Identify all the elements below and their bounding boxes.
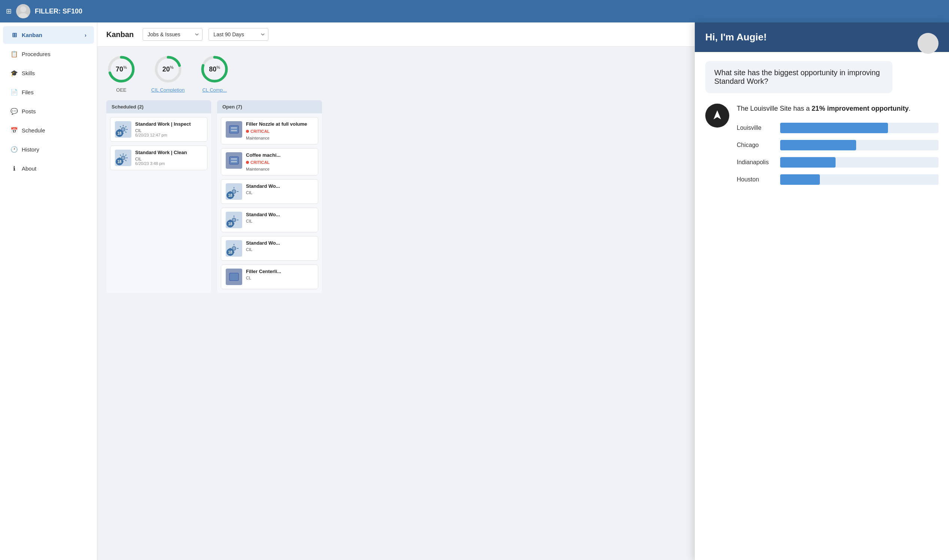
chevron-right-icon: ›: [85, 32, 86, 38]
sidebar: ⊞ Kanban › 📋 Procedures 🎓 Skills 📄 Files…: [0, 22, 97, 560]
sidebar-label-kanban: Kanban: [22, 32, 42, 38]
ai-question: What site has the biggest opportunity in…: [705, 61, 892, 93]
ai-panel-header: Hi, I'm Augie!: [695, 22, 949, 52]
cl-link[interactable]: CL Comp...: [202, 87, 227, 93]
bar-track: [780, 140, 938, 151]
svg-rect-10: [230, 126, 238, 133]
card-tag: CIL: [135, 128, 202, 133]
bar-row-houston: Houston: [737, 174, 938, 185]
history-icon: 🕐: [11, 146, 18, 153]
card-standard-wo-5[interactable]: 18 Standard Wo... CIL: [221, 236, 318, 261]
card-title: Standard Work | Inspect: [135, 121, 202, 127]
card-coffee-machine[interactable]: Coffee machi... CRITICAL Maintenance: [221, 148, 318, 175]
bar-fill: [780, 140, 856, 151]
cil-label: CIL Completion: [151, 87, 185, 93]
sidebar-item-files[interactable]: 📄 Files: [3, 83, 94, 101]
card-standard-wo-3[interactable]: 18 Standard Wo... CIL: [221, 179, 318, 204]
svg-point-0: [20, 6, 26, 12]
bar-label: Indianapolis: [737, 159, 774, 166]
sidebar-item-procedures[interactable]: 📋 Procedures: [3, 45, 94, 63]
card-number: 18: [227, 192, 234, 199]
ai-answer-text: The Louisville Site has a 21% improvemen…: [737, 104, 938, 114]
cl-label: CL Comp...: [202, 87, 227, 93]
card-title: Filler Nozzle at full volume: [246, 121, 313, 127]
filter-type-select[interactable]: Jobs & Issues Jobs Issues: [143, 28, 202, 41]
bar-label: Chicago: [737, 142, 774, 149]
bar-fill: [780, 123, 888, 133]
sidebar-label-posts: Posts: [22, 108, 36, 114]
cil-link[interactable]: CIL Completion: [151, 87, 185, 93]
bar-track: [780, 123, 938, 133]
bar-label: Louisville: [737, 125, 774, 131]
card-number: 18: [116, 158, 123, 165]
metric-oee: 70% OEE: [106, 54, 136, 93]
files-icon: 📄: [11, 89, 18, 96]
ai-logo: [705, 104, 729, 128]
card-tag: CIL: [135, 157, 202, 161]
card-standard-wo-4[interactable]: 18 Standard Wo... CIL: [221, 208, 318, 232]
card-thumb: [226, 121, 242, 138]
card-thumb: [226, 152, 242, 169]
metric-cl: 80% CL Comp...: [199, 54, 230, 93]
critical-dot: [246, 161, 249, 164]
about-icon: ℹ: [11, 165, 18, 172]
ai-panel-body: What site has the biggest opportunity in…: [695, 52, 949, 560]
schedule-icon: 📅: [11, 127, 18, 134]
card-number: 18: [116, 129, 123, 137]
sidebar-item-posts[interactable]: 💬 Posts: [3, 103, 94, 120]
card-badge-critical: CRITICAL: [246, 129, 270, 134]
sidebar-item-schedule[interactable]: 📅 Schedule: [3, 122, 94, 139]
card-title: Standard Wo...: [246, 183, 313, 189]
bar-track: [780, 174, 938, 185]
svg-point-1: [19, 13, 28, 18]
filter-days-select[interactable]: Last 90 Days Last 30 Days Last 7 Days: [208, 28, 268, 41]
procedures-icon: 📋: [11, 51, 18, 58]
svg-rect-19: [230, 273, 238, 280]
card-number: 18: [227, 220, 234, 228]
column-scheduled-header: Scheduled (2): [106, 100, 211, 113]
card-filler-centerli[interactable]: Filler Centerli... CL: [221, 265, 318, 289]
card-title: Coffee machi...: [246, 152, 313, 158]
kanban-icon: ⊞: [11, 31, 18, 38]
card-filler-nozzle[interactable]: Filler Nozzle at full volume CRITICAL Ma…: [221, 117, 318, 145]
grid-icon[interactable]: ⊞: [6, 7, 12, 15]
card-tag: Maintenance: [246, 167, 313, 171]
sidebar-label-schedule: Schedule: [22, 127, 45, 134]
avatar: [16, 4, 30, 18]
sidebar-label-skills: Skills: [22, 70, 35, 76]
card-thumb: [226, 269, 242, 285]
app-title: FILLER: SF100: [35, 8, 82, 15]
card-date: 6/20/23 3:48 pm: [135, 161, 202, 166]
bar-track: [780, 157, 938, 168]
sidebar-item-about[interactable]: ℹ About: [3, 160, 94, 177]
critical-dot: [246, 130, 249, 133]
badge-label: CRITICAL: [250, 129, 270, 134]
skills-icon: 🎓: [11, 69, 18, 77]
svg-rect-11: [231, 127, 237, 129]
oee-value: 70%: [116, 65, 127, 73]
user-avatar-panel: [918, 52, 938, 54]
badge-label: CRITICAL: [250, 160, 270, 165]
oee-label: OEE: [116, 87, 126, 93]
card-number: 18: [227, 248, 234, 256]
sidebar-label-procedures: Procedures: [22, 51, 51, 57]
bar-fill: [780, 157, 836, 168]
card-standard-work-clean[interactable]: 18 Standard Work | Clean CIL 6/20/23 3:4…: [110, 146, 207, 170]
column-open-header: Open (7): [217, 100, 322, 113]
cl-donut: 80%: [199, 54, 230, 84]
sidebar-label-files: Files: [22, 89, 34, 95]
card-tag: CIL: [246, 247, 313, 252]
sidebar-item-history[interactable]: 🕐 History: [3, 141, 94, 158]
sidebar-item-kanban[interactable]: ⊞ Kanban ›: [3, 26, 94, 44]
card-date: 6/20/23 12:47 pm: [135, 133, 202, 137]
svg-rect-12: [231, 130, 237, 131]
sidebar-label-about: About: [22, 165, 36, 172]
cl-value: 80%: [209, 65, 220, 73]
sidebar-item-skills[interactable]: 🎓 Skills: [3, 65, 94, 82]
bar-row-louisville: Louisville: [737, 123, 938, 133]
cil-value: 20%: [162, 65, 174, 73]
sidebar-label-history: History: [22, 146, 39, 152]
card-standard-work-inspect[interactable]: 18 Standard Work | Inspect CIL 6/20/23 1…: [110, 117, 207, 142]
card-tag: CL: [246, 276, 313, 280]
bar-fill: [780, 174, 820, 185]
